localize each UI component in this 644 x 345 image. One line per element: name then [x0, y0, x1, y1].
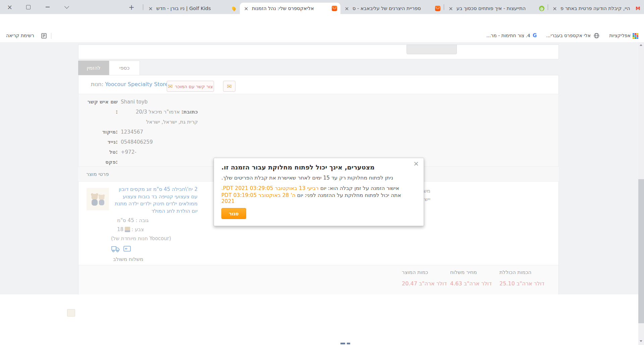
contact-label: טל:: [78, 149, 118, 155]
contact-label: שם איש קשר: [78, 99, 118, 105]
price-col-shipping-header: מחיר משלוח: [450, 269, 477, 275]
attr-color: צבע :18: [111, 225, 144, 234]
tab-separator: [548, 4, 548, 10]
dialog-line-policy: ניתן לפתוח מחלוקות רק עד 15 ימים לאחר שא…: [221, 175, 416, 181]
dispute-restriction-dialog: × מצטערים, אינך יכול לפתוח מחלוקת עבור ה…: [214, 158, 424, 226]
store-label: חנות:: [91, 81, 103, 87]
color-swatch-thumbnail[interactable]: [125, 227, 130, 232]
page-footer-area: [0, 294, 638, 345]
minimize-bar-icon: [46, 7, 50, 7]
apps-grid-icon[interactable]: [633, 33, 634, 35]
tab-title: ספריית היצרנים של עליבאבא - ס: [350, 6, 435, 11]
bookmarks-bar: רשימת קריאה 4. צור חתימות - מר... G אלי …: [0, 29, 644, 43]
attr-color-value: 18: [117, 226, 123, 232]
product-title-link[interactable]: 2 יח'\חבילה 45 ס"מ זוג מקסים דובון עם צע…: [111, 186, 198, 215]
window-minimize-icon[interactable]: [44, 3, 51, 11]
line3-date: ה' 28 באוקטובר 03:19:05 PDT 2021: [221, 192, 296, 204]
aliexpress-favicon-icon: [435, 6, 440, 11]
window-menu-chevron-icon[interactable]: [63, 3, 70, 11]
price-col-total-header: הכמות הכוללת: [499, 269, 531, 275]
browser-tab-alibaba-library[interactable]: × ספריית היצרנים של עליבאבא - ס: [340, 3, 444, 14]
dialog-close-button[interactable]: סגור: [221, 208, 246, 219]
price-col-quantity-header: כמות המוצר: [402, 269, 428, 275]
contact-label: מיקוד:: [78, 129, 118, 135]
contact-row-city: קרית גת, ישראל, ישראל: [78, 119, 219, 126]
order-card-icon[interactable]: [123, 246, 131, 252]
tab-title: אליאקספרס שלי: נהל הזמנות: [249, 6, 332, 11]
contact-row-phone: טל: +972-: [78, 149, 219, 156]
reading-list-label[interactable]: רשימת קריאה: [6, 33, 34, 38]
restore-box-icon: [26, 5, 31, 9]
contact-value: Shani toyb: [121, 99, 198, 105]
contact-seller-label: צור קשר עם המוכר: [175, 84, 213, 89]
window-restore-icon[interactable]: [24, 3, 32, 11]
tab-close-icon[interactable]: ×: [344, 5, 350, 11]
bookmark-aliexpress-hebrew[interactable]: אלי אקספרס בעברי...: [546, 33, 591, 38]
attr-height: גובה : 45 ס"מ: [111, 216, 149, 225]
address-label-bold: כתובת:: [181, 109, 198, 115]
window-close-icon[interactable]: ×: [6, 3, 13, 11]
contact-value: כתובת: אדמו"ר מיכאל 20/3: [121, 109, 198, 115]
store-name-link[interactable]: Yoocour Specialty Store: [105, 81, 168, 87]
line2-text: אישור הזמנה על זמן קבלה הוא: יום: [319, 185, 399, 191]
browser-tab-aliexpress-orders-active[interactable]: × אליאקספרס שלי: נהל הזמנות: [240, 3, 340, 14]
bookmark-signatures[interactable]: 4. צור חתימות - מר...: [485, 33, 530, 38]
tab-title: היי, קיבלת הודעה פרטית באתר פ: [558, 6, 635, 11]
scrollbar-thumb[interactable]: [638, 179, 644, 323]
browser-tab-gmail-message[interactable]: × היי, קיבלת הודעה פרטית באתר פ M: [548, 3, 644, 14]
contact-info-panel: שם איש קשר Shani toyb : כתובת: אדמו"ר מי…: [78, 94, 559, 167]
contact-row-mobile: נייד: 0548406259: [78, 139, 219, 146]
flame-favicon-icon: [231, 6, 236, 11]
tab-close-icon[interactable]: ×: [448, 5, 454, 11]
shipping-truck-icon[interactable]: [111, 246, 120, 253]
product-attributes: גובה : 45 ס"מ צבע :18 (חנות מיוחדת של Yo…: [111, 216, 222, 243]
aliexpress-favicon-icon: [332, 6, 337, 11]
tab-strip: × + × Golf Kids | ניו בורן - חדש × אליאק…: [0, 0, 644, 14]
bookmarks-separator: [51, 33, 51, 39]
clipped-text-fragment: [340, 343, 345, 344]
truncated-top-section: [78, 45, 559, 59]
scroll-up-arrow-icon[interactable]: [640, 44, 642, 46]
tab-finance[interactable]: כספי: [109, 61, 140, 75]
store-note: (חנות מיוחדת של Yoocour): [111, 235, 171, 242]
contact-row-fax: פקס:: [78, 159, 219, 166]
globe-icon[interactable]: [594, 33, 599, 39]
contact-label: נייד:: [78, 139, 118, 145]
price-col-total-value: 25.10 דולר ארה"ב: [499, 280, 544, 287]
attr-color-label: צבע :: [131, 226, 144, 232]
contact-value: 0548406259: [121, 139, 198, 145]
envelope-icon: ✉: [227, 83, 231, 90]
contact-seller-button[interactable]: ✉ צור קשר עם המוכר: [167, 81, 214, 92]
google-g-icon[interactable]: G: [533, 32, 537, 39]
contact-value: קרית גת, ישראל, ישראל: [121, 119, 198, 125]
price-col-quantity-value: 20.47 דולר ארה"ב: [402, 280, 447, 287]
contact-row-address: : כתובת: אדמו"ר מיכאל 20/3: [78, 109, 219, 116]
truncated-gray-button[interactable]: [407, 45, 457, 54]
store-row: חנות: Yoocour Specialty Store: [91, 81, 168, 87]
contact-row-name: שם איש קשר Shani toyb: [78, 99, 219, 106]
reading-list-icon[interactable]: [41, 33, 47, 39]
tab-close-icon[interactable]: ×: [148, 5, 154, 11]
browser-tab-dispute-advice[interactable]: × התייעצות - איך פותחים סכסוך בע @: [444, 3, 548, 14]
dialog-line-deadline: אתה יכול לפתוח מחלוקת על ההזמנה לפני: יו…: [221, 192, 416, 204]
message-seller-button[interactable]: ✉: [223, 81, 235, 92]
new-tab-button[interactable]: +: [127, 3, 136, 12]
product-image[interactable]: [87, 188, 109, 210]
faded-image-placeholder: [67, 309, 75, 317]
dialog-line-confirmation-time: אישור הזמנה על זמן קבלה הוא: יום רביעי 1…: [221, 185, 416, 191]
bookmark-apps[interactable]: אפליקציות: [604, 33, 631, 38]
envelope-icon: ✉: [168, 83, 172, 90]
product-details-title: פרטי מוצר: [86, 171, 109, 177]
tab-order[interactable]: להזמין: [78, 61, 109, 75]
browser-tab-golf-kids[interactable]: × Golf Kids | ניו בורן - חדש: [144, 3, 240, 14]
tab-close-icon[interactable]: ×: [243, 5, 249, 11]
tab-title: התייעצות - איך פותחים סכסוך בע: [454, 6, 539, 11]
scroll-down-arrow-icon[interactable]: [640, 340, 642, 342]
clipped-text-fragment: [347, 343, 350, 344]
contact-value: 1234567: [121, 129, 198, 135]
chevron-down-icon: [64, 4, 69, 9]
browser-toolbar: ⋮ ☆ trade.aliexpress.com/order_detail.ht…: [0, 14, 644, 29]
tab-close-icon[interactable]: ×: [552, 5, 558, 11]
contact-label: :: [78, 109, 118, 115]
combined-shipping-label: משלוח משולב: [113, 256, 143, 262]
